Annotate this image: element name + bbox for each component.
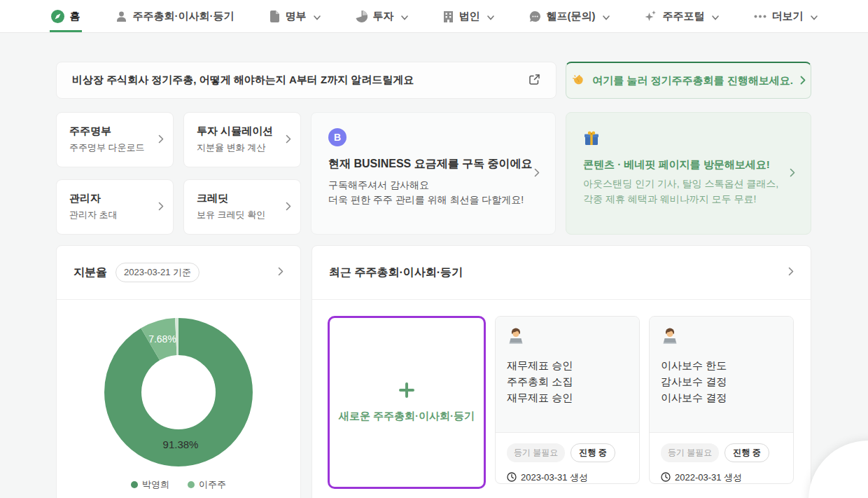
benefit-desc-line1: 아웃스탠딩 인기 기사, 탈잉 스톡옵션 클래스, xyxy=(583,176,797,191)
quick-link-title: 투자 시뮬레이션 xyxy=(197,125,290,138)
legend-label: 이주주 xyxy=(199,478,226,491)
ownership-header[interactable]: 지분율 2023-03-21 기준 xyxy=(57,246,300,300)
nav-item-invest[interactable]: 투자 xyxy=(356,0,408,32)
quick-link-subtitle: 관리자 초대 xyxy=(69,209,163,221)
chevron-right-icon[interactable] xyxy=(278,266,284,279)
chevron-down-icon xyxy=(712,11,719,22)
agenda-item: 재무제표 승인 xyxy=(507,357,628,373)
meeting-card[interactable]: 이사보수 한도 감사보수 결정 이사보수 결정 등기 불필요 진행 중 xyxy=(649,316,794,484)
benefit-title: 콘텐츠 · 베네핏 페이지를 방문해보세요! xyxy=(583,158,797,172)
ellipsis-icon xyxy=(754,15,766,18)
nav-item-shareholder-portal[interactable]: 주주포털 xyxy=(645,0,719,32)
agenda-item: 이사보수 결정 xyxy=(661,389,782,406)
chevron-down-icon xyxy=(401,11,408,22)
chevron-right-icon xyxy=(286,201,291,214)
nav-item-meetings[interactable]: 주주총회·이사회·등기 xyxy=(115,0,234,32)
plan-badge: B xyxy=(328,128,346,146)
chevron-down-icon xyxy=(314,11,321,22)
nav-item-label: 주주포털 xyxy=(663,10,705,23)
legend-swatch xyxy=(188,481,195,488)
chevron-right-icon xyxy=(800,75,806,87)
nav-item-more[interactable]: 더보기 xyxy=(754,0,818,32)
nav-item-registry[interactable]: 명부 xyxy=(270,0,321,32)
created-date: 2023-03-31 생성 xyxy=(521,471,588,484)
quick-link-subtitle: 보유 크레딧 확인 xyxy=(197,209,290,221)
quick-link-title: 크레딧 xyxy=(197,192,290,205)
top-nav: 홈 주주총회·이사회·등기 명부 투자 법인 xyxy=(0,0,868,33)
progress-status-badge: 진행 중 xyxy=(570,443,615,462)
ownership-chart-area: 7.68% 91.38% 박영희 이주주 xyxy=(57,300,300,491)
nav-item-label: 명부 xyxy=(286,10,307,23)
notice-banner[interactable]: 비상장 주식회사 정기주총, 어떻게 해야하는지 A부터 Z까지 알려드릴게요 xyxy=(56,62,556,99)
chevron-right-icon xyxy=(790,167,795,180)
person-at-laptop-icon xyxy=(507,336,525,347)
quick-link-subtitle: 주주명부 다운로드 xyxy=(69,141,163,154)
quick-link-title: 관리자 xyxy=(69,192,163,205)
plan-desc-line1: 구독해주셔서 감사해요 xyxy=(328,178,541,193)
person-at-laptop-icon xyxy=(661,336,679,347)
chevron-down-icon xyxy=(487,11,494,22)
compass-icon xyxy=(51,10,64,23)
quick-link-credit[interactable]: 크레딧 보유 크레딧 확인 xyxy=(183,179,301,235)
nav-item-label: 홈 xyxy=(70,10,80,23)
plan-desc-line2: 더욱 편한 주주 관리를 위해 최선을 다할게요! xyxy=(328,193,541,207)
pie-icon xyxy=(356,11,368,22)
quick-link-admin[interactable]: 관리자 관리자 초대 xyxy=(56,179,174,235)
recent-meetings-panel: 최근 주주총회·이사회·등기 새로운 주주총회·이사회·등기 xyxy=(312,245,811,498)
donut-label-large: 91.38% xyxy=(163,438,199,450)
annual-meeting-cta-label: 여기를 눌러 정기주주총회를 진행해보세요. xyxy=(592,74,793,88)
meeting-card[interactable]: 재무제표 승인 주주총회 소집 재무제표 승인 등기 불필요 진행 중 xyxy=(495,316,640,484)
chevron-right-icon xyxy=(158,201,164,214)
quick-link-title: 주주명부 xyxy=(69,125,163,138)
recent-meetings-header[interactable]: 최근 주주총회·이사회·등기 xyxy=(312,246,811,300)
chevron-down-icon xyxy=(603,11,610,22)
gift-icon xyxy=(583,137,600,148)
plan-title: 현재 BUSINESS 요금제를 구독 중이에요 xyxy=(328,157,541,172)
registration-status-badge: 등기 불필요 xyxy=(661,443,719,462)
chevron-right-icon xyxy=(158,134,164,146)
quick-link-subtitle: 지분율 변화 계산 xyxy=(197,141,290,154)
main-content: 비상장 주식회사 정기주총, 어떻게 해야하는지 A부터 Z까지 알려드릴게요 … xyxy=(0,33,868,498)
legend-label: 박영희 xyxy=(142,478,169,491)
nav-item-corporation[interactable]: 법인 xyxy=(443,0,494,32)
nav-item-label: 법인 xyxy=(459,10,480,23)
benefit-desc-line2: 각종 제휴 혜택과 웨비나까지 모두 무료! xyxy=(583,191,797,207)
created-date: 2022-03-31 생성 xyxy=(675,471,742,484)
registration-status-badge: 등기 불필요 xyxy=(507,443,565,462)
nav-item-help[interactable]: 헬프(문의) xyxy=(529,0,610,32)
new-meeting-label: 새로운 주주총회·이사회·등기 xyxy=(339,410,475,423)
nav-item-label: 헬프(문의) xyxy=(547,10,596,23)
plus-icon xyxy=(399,382,414,401)
clock-icon xyxy=(507,472,517,484)
new-meeting-button[interactable]: 새로운 주주총회·이사회·등기 xyxy=(328,316,486,489)
benefit-page-card[interactable]: 콘텐츠 · 베네핏 페이지를 방문해보세요! 아웃스탠딩 인기 기사, 탈잉 스… xyxy=(566,112,811,235)
agenda-item: 감사보수 결정 xyxy=(661,373,782,389)
nav-item-label: 투자 xyxy=(373,10,394,23)
notice-banner-text: 비상장 주식회사 정기주총, 어떻게 해야하는지 A부터 Z까지 알려드릴게요 xyxy=(72,74,414,87)
quick-links-grid: 주주명부 주주명부 다운로드 투자 시뮬레이션 지분율 변화 계산 관리자 관리… xyxy=(56,112,301,235)
ownership-as-of-badge: 2023-03-21 기준 xyxy=(115,263,200,282)
recent-meetings-title: 최근 주주총회·이사회·등기 xyxy=(329,265,463,280)
agenda-item: 재무제표 승인 xyxy=(507,389,628,406)
chevron-right-icon[interactable] xyxy=(788,266,794,279)
quick-link-shareholder-list[interactable]: 주주명부 주주명부 다운로드 xyxy=(56,112,174,167)
agenda-item: 이사보수 한도 xyxy=(661,357,782,373)
chevron-right-icon xyxy=(534,167,540,180)
ownership-legend: 박영희 이주주 xyxy=(131,478,226,491)
nav-item-label: 더보기 xyxy=(772,10,804,23)
quick-link-invest-simulation[interactable]: 투자 시뮬레이션 지분율 변화 계산 xyxy=(183,112,301,167)
building-icon xyxy=(443,11,454,22)
progress-status-badge: 진행 중 xyxy=(724,443,769,462)
legend-item: 박영희 xyxy=(131,478,169,491)
nav-item-home[interactable]: 홈 xyxy=(51,0,80,32)
subscription-plan-card[interactable]: B 현재 BUSINESS 요금제를 구독 중이에요 구독해주셔서 감사해요 더… xyxy=(311,112,556,235)
ownership-title: 지분율 xyxy=(74,265,107,280)
nav-item-label: 주주총회·이사회·등기 xyxy=(133,10,234,23)
chevron-down-icon xyxy=(811,11,818,22)
document-icon xyxy=(270,11,280,22)
sparkles-icon xyxy=(645,10,657,22)
annual-meeting-cta-button[interactable]: 여기를 눌러 정기주주총회를 진행해보세요. xyxy=(566,62,811,99)
donut-label-small: 7.68% xyxy=(148,333,176,345)
clapping-hands-icon xyxy=(571,73,585,89)
clock-icon xyxy=(661,472,671,484)
